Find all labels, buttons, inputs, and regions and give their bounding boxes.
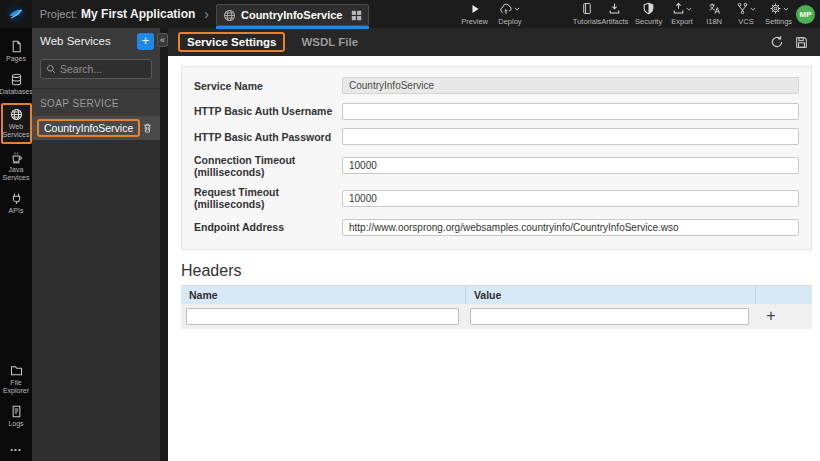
tab-wsdl-file[interactable]: WSDL File <box>301 36 358 48</box>
search-box[interactable] <box>40 59 152 79</box>
chevron-down-icon <box>514 7 520 11</box>
plug-icon <box>10 192 23 205</box>
nav-apis[interactable]: APIs <box>1 189 32 218</box>
selected-service-name[interactable]: CountryInfoService <box>37 119 140 137</box>
search-icon <box>46 64 56 74</box>
more-options-icon[interactable]: ••• <box>10 445 21 454</box>
vcs-button[interactable]: VCS <box>733 2 759 26</box>
globe-icon <box>10 108 23 121</box>
add-header-button[interactable]: + <box>766 309 775 323</box>
i18n-button[interactable]: I18N <box>701 2 727 26</box>
globe-icon <box>223 9 236 22</box>
log-document-icon <box>10 405 23 418</box>
soap-service-section-label: SOAP SERVICE <box>32 89 160 116</box>
field-label: Service Name <box>194 80 342 92</box>
grid-icon[interactable] <box>351 10 362 21</box>
nav-file-explorer[interactable]: File Explorer <box>1 361 32 398</box>
nav-java-services[interactable]: Java Services <box>1 148 32 185</box>
artifacts-button[interactable]: Artifacts <box>601 2 628 26</box>
add-service-button[interactable]: + <box>137 33 154 50</box>
upload-tray-icon <box>672 2 685 15</box>
trash-icon[interactable] <box>142 122 153 134</box>
header-entry-row: + <box>181 304 812 329</box>
settings-button[interactable]: Settings <box>765 2 792 26</box>
security-button[interactable]: Security <box>635 2 662 26</box>
deploy-button[interactable]: Deploy <box>497 2 523 26</box>
folder-icon <box>10 364 23 377</box>
nav-logs[interactable]: Logs <box>1 402 32 431</box>
column-header-actions <box>755 286 812 304</box>
database-icon <box>10 73 23 86</box>
form-row: Connection Timeout (milliseconds) <box>194 154 799 178</box>
download-tray-icon <box>608 2 621 15</box>
field-label: HTTP Basic Auth Password <box>194 131 342 143</box>
pages-icon <box>10 40 23 53</box>
coffee-cup-icon <box>10 151 23 164</box>
header-value-input[interactable] <box>470 308 749 325</box>
endpoint-address-input[interactable] <box>342 219 799 236</box>
headers-table: Name Value + <box>181 286 812 329</box>
top-bar: Project: My First Application › CountryI… <box>0 0 820 28</box>
search-input[interactable] <box>60 63 146 75</box>
panel-empty-area <box>32 140 160 461</box>
settings-content: Service Name HTTP Basic Auth Username HT… <box>168 56 820 461</box>
project-name: My First Application <box>81 7 195 21</box>
field-label: Request Timeout (milliseconds) <box>194 186 342 210</box>
project-label: Project: <box>40 8 77 20</box>
wavemaker-logo-icon <box>0 0 32 28</box>
editor-tab-bar: Service Settings WSDL File <box>168 28 820 56</box>
service-tab-label: CountryInfoService <box>241 9 342 21</box>
form-row: HTTP Basic Auth Password <box>194 128 799 145</box>
search-area <box>32 54 160 89</box>
export-button[interactable]: Export <box>669 2 695 26</box>
column-header-name: Name <box>181 286 465 304</box>
cloud-upload-icon <box>499 3 513 15</box>
collapse-panel-button[interactable]: « <box>157 33 168 47</box>
app-window: Project: My First Application › CountryI… <box>0 0 820 461</box>
panel-divider: « <box>160 28 168 461</box>
project-breadcrumb: Project: My First Application <box>40 7 196 21</box>
form-row: Endpoint Address <box>194 219 799 236</box>
user-avatar[interactable]: MP <box>796 5 815 24</box>
shield-icon <box>642 2 655 15</box>
book-icon <box>581 2 593 15</box>
preview-button[interactable]: Preview <box>461 2 488 26</box>
form-row: HTTP Basic Auth Username <box>194 103 799 120</box>
breadcrumb-chevron-icon: › <box>204 6 209 22</box>
chevron-down-icon <box>750 7 756 11</box>
field-label: HTTP Basic Auth Username <box>194 105 342 117</box>
tab-service-settings[interactable]: Service Settings <box>178 32 285 52</box>
headers-section-title: Headers <box>181 262 812 286</box>
service-settings-form: Service Name HTTP Basic Auth Username HT… <box>181 66 812 250</box>
service-list-item[interactable]: CountryInfoService <box>32 116 160 140</box>
gear-icon <box>769 2 782 15</box>
form-row: Service Name <box>194 77 799 94</box>
service-name-input[interactable] <box>342 77 799 94</box>
request-timeout-input[interactable] <box>342 190 799 207</box>
app-body: Pages Databases <box>0 28 820 461</box>
form-row: Request Timeout (milliseconds) <box>194 186 799 210</box>
field-label: Endpoint Address <box>194 221 342 233</box>
nav-web-services[interactable]: Web Services <box>1 103 32 144</box>
auth-username-input[interactable] <box>342 103 799 120</box>
connection-timeout-input[interactable] <box>342 157 799 174</box>
play-icon <box>469 2 481 15</box>
nav-databases[interactable]: Databases <box>1 70 32 99</box>
header-name-input[interactable] <box>186 308 459 325</box>
panel-header: Web Services + <box>32 28 160 54</box>
field-label: Connection Timeout (milliseconds) <box>194 154 342 178</box>
open-service-tab[interactable]: CountryInfoService <box>216 4 369 26</box>
chevron-down-icon <box>686 7 692 11</box>
refresh-icon[interactable] <box>770 35 784 49</box>
tutorials-button[interactable]: Tutorials <box>573 2 601 26</box>
translate-icon <box>708 2 721 15</box>
nav-pages[interactable]: Pages <box>1 37 32 66</box>
headers-table-head: Name Value <box>181 286 812 304</box>
panel-title: Web Services <box>40 35 137 47</box>
save-icon[interactable] <box>795 36 808 49</box>
service-editor: Service Settings WSDL File <box>168 28 820 461</box>
auth-password-input[interactable] <box>342 128 799 145</box>
left-nav-rail: Pages Databases <box>0 28 32 461</box>
column-header-value: Value <box>465 286 755 304</box>
chevron-down-icon <box>783 7 789 11</box>
